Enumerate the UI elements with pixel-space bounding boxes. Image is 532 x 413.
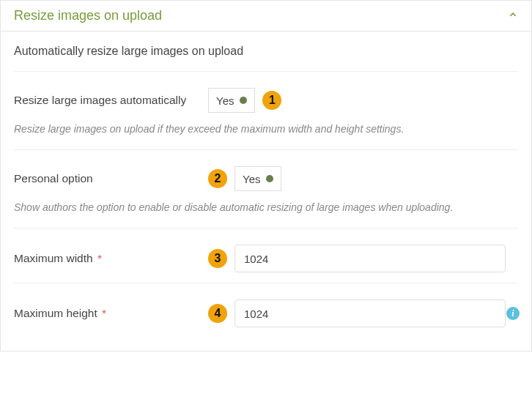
max-height-input[interactable] bbox=[234, 299, 506, 327]
resize-images-panel: Resize images on upload Automatically re… bbox=[0, 0, 532, 351]
max-width-input[interactable] bbox=[234, 245, 506, 272]
status-dot-icon bbox=[266, 175, 273, 182]
auto-resize-value: Yes bbox=[216, 94, 234, 107]
required-mark: * bbox=[97, 252, 102, 264]
divider bbox=[14, 283, 518, 283]
divider bbox=[14, 71, 518, 72]
auto-resize-row: Resize large images automatically Yes 1 bbox=[14, 88, 518, 113]
max-height-label: Maximum height * bbox=[14, 307, 208, 320]
annotation-badge-3: 3 bbox=[208, 249, 227, 268]
panel-title: Resize images on upload bbox=[14, 8, 162, 23]
auto-resize-help: Resize large images on upload if they ex… bbox=[14, 123, 468, 135]
info-icon[interactable]: i bbox=[506, 307, 520, 320]
chevron-up-icon bbox=[508, 10, 518, 22]
max-width-label-text: Maximum width bbox=[14, 252, 93, 264]
auto-resize-control: Yes 1 bbox=[208, 88, 289, 113]
max-width-field: 3 bbox=[208, 245, 518, 272]
auto-resize-toggle[interactable]: Yes bbox=[208, 88, 255, 113]
panel-body: Automatically resize large images on upl… bbox=[1, 31, 531, 351]
personal-option-field: 2 Yes bbox=[208, 166, 518, 191]
max-height-label-text: Maximum height bbox=[14, 307, 97, 319]
personal-option-help: Show authors the option to enable or dis… bbox=[14, 201, 468, 213]
annotation-badge-4: 4 bbox=[208, 304, 227, 323]
personal-option-value: Yes bbox=[243, 173, 260, 185]
panel-header[interactable]: Resize images on upload bbox=[1, 1, 531, 31]
auto-resize-field: Yes 1 bbox=[208, 88, 518, 113]
personal-option-row: Personal option 2 Yes bbox=[14, 166, 518, 191]
annotation-badge-2: 2 bbox=[208, 169, 227, 188]
panel-lead: Automatically resize large images on upl… bbox=[14, 45, 518, 58]
annotation-badge-1: 1 bbox=[262, 91, 281, 110]
required-mark: * bbox=[102, 307, 106, 319]
max-height-row: Maximum height * 4 i bbox=[14, 299, 518, 327]
max-width-label: Maximum width * bbox=[14, 252, 208, 265]
auto-resize-label: Resize large images automatically bbox=[14, 94, 208, 107]
divider bbox=[14, 149, 518, 150]
status-dot-icon bbox=[240, 97, 247, 104]
max-width-row: Maximum width * 3 bbox=[14, 245, 518, 272]
divider bbox=[14, 228, 518, 228]
personal-option-label: Personal option bbox=[14, 172, 208, 185]
max-height-field: 4 bbox=[208, 299, 518, 327]
personal-option-toggle[interactable]: Yes bbox=[234, 166, 281, 191]
